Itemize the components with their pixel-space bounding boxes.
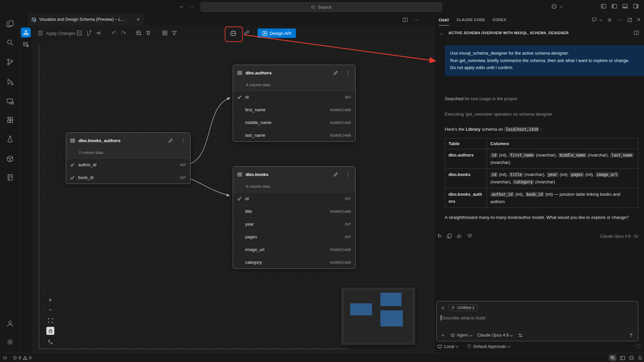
chat-input-placeholder[interactable]: Describe what to build [442,315,485,320]
apply-changes-button[interactable]: Apply Changes [46,31,75,36]
retry-icon[interactable]: ↻ [437,233,442,239]
editor-actions-more-icon[interactable]: ⋯ [414,17,419,23]
table-menu-icon[interactable]: ⋮ [345,70,351,76]
column-row-middle_name[interactable]: middle_nameNVARCHAR [233,116,355,129]
testing-icon[interactable] [6,135,14,143]
source-control-icon[interactable] [6,58,14,66]
send-icon[interactable] [629,333,634,338]
nav-back-icon[interactable]: ← [179,3,184,9]
thread-back-icon[interactable]: ← [439,30,444,36]
notifications-bell-icon[interactable] [638,355,643,360]
diagram-table-authors[interactable]: dbo.authors ⋮ 4 column data idINTfirst_n… [233,65,356,142]
chat-more-icon[interactable]: ⋯ [617,17,622,23]
copilot-session-menu[interactable] [551,3,562,9]
step-searched[interactable]: Searched for tool usage in the project [445,96,517,101]
copilot-status-icon[interactable] [629,355,634,361]
notebook-icon[interactable] [6,173,14,182]
diagram-table-books-authors[interactable]: dbo.books_authors ⋮ 2 column data author… [66,132,191,184]
context-file-pill[interactable]: Untitled-1 [448,304,477,311]
column-row-category[interactable]: categoryNVARCHAR [233,256,355,268]
add-context-icon[interactable] [441,306,445,310]
session-status-icon[interactable] [636,344,641,349]
compare-changes-icon[interactable] [86,30,92,36]
column-row-author_id[interactable]: author_idINT [66,159,190,171]
minimap[interactable] [341,287,416,345]
open-in-editor-icon[interactable] [634,30,639,36]
remote-indicator[interactable] [0,356,10,360]
command-center-search[interactable]: Search [201,2,442,12]
column-row-title[interactable]: titleNVARCHAR [233,205,355,218]
attach-icon[interactable] [441,333,445,338]
agent-mode-picker[interactable]: Agent [450,333,472,338]
close-panel-icon[interactable]: × [637,17,640,23]
edit-table-icon[interactable] [333,70,338,75]
toggle-secondary-sidebar-icon[interactable] [633,3,639,9]
column-row-year[interactable]: yearINT [233,218,355,230]
customize-layout-icon[interactable] [601,3,606,9]
copy-icon[interactable] [447,233,452,239]
column-row-pages[interactable]: pagesINT [233,230,355,243]
thumbs-up-icon[interactable] [457,233,462,239]
edit-table-icon[interactable] [333,172,338,177]
lock-position-button[interactable] [46,327,54,335]
toggle-connectors-button[interactable] [46,338,54,346]
column-row-id[interactable]: idINT [233,91,355,103]
zoom-fit-button[interactable] [46,316,54,324]
copilot-schema-icon[interactable] [230,30,237,37]
new-chat-menu[interactable] [592,17,602,22]
redo-icon[interactable]: ↷ [121,29,126,37]
column-row-last_name[interactable]: last_nameNVARCHAR [233,129,355,141]
chat-settings-gear-icon[interactable] [607,17,612,22]
thumbs-down-icon[interactable] [467,233,472,239]
search-sidebar-icon[interactable] [6,38,14,47]
approvals-picker[interactable]: Default Approvals [467,344,510,349]
column-name: id [245,95,249,100]
generate-script-icon[interactable] [76,30,82,36]
maximize-panel-icon[interactable] [627,17,632,22]
editor-layout-icon[interactable] [620,355,625,361]
run-debug-icon[interactable] [6,77,14,86]
settings-gear-icon[interactable] [6,338,14,346]
tab-claude-code[interactable]: CLAUDE CODE [457,18,485,22]
add-table-icon[interactable] [136,30,142,36]
table-menu-icon[interactable]: ⋮ [180,137,186,143]
column-row-first_name[interactable]: first_nameNVARCHAR [233,103,355,116]
designer-nav-schema-view[interactable] [21,27,31,38]
tab-codex[interactable]: CODEX [492,18,506,22]
zoom-status-button[interactable] [609,355,616,361]
edit-table-icon[interactable] [168,138,173,143]
arrange-tables-icon[interactable] [244,30,250,36]
toggle-primary-sidebar-icon[interactable] [611,3,617,9]
auto-layout-icon[interactable] [162,30,168,36]
apply-changes-icon[interactable] [38,30,43,36]
tools-sliders-icon[interactable] [518,333,523,338]
environment-picker[interactable]: Local [437,344,458,349]
remote-explorer-icon[interactable] [6,97,14,106]
designer-nav-table-properties[interactable] [22,40,30,48]
explorer-icon[interactable] [6,19,14,28]
table-menu-icon[interactable]: ⋮ [345,171,351,177]
diagram-table-books[interactable]: dbo.books ⋮ 6 column data idINTtitleNVAR… [233,166,356,269]
filter-icon[interactable] [171,30,177,36]
problems-indicator[interactable]: 0 0 [10,356,34,360]
containers-icon[interactable] [6,155,14,163]
column-row-id[interactable]: idINT [233,192,355,205]
extensions-icon[interactable] [6,116,14,124]
toggle-panel-icon[interactable] [622,3,628,9]
model-picker[interactable]: Claude Opus 4.6 [477,333,513,338]
column-row-image_url[interactable]: image_urlNVARCHAR [233,243,355,256]
design-api-button[interactable]: Design API [258,28,296,38]
accounts-icon[interactable] [6,319,14,328]
chat-input-box[interactable]: Untitled-1 Describe what to build Agent … [436,301,638,341]
nav-forward-icon[interactable]: → [189,3,195,9]
tab-visualize-design-schema[interactable]: Visualize and Design Schema (Preview) – … [28,13,143,25]
open-definition-icon[interactable] [95,30,101,36]
column-row-book_id[interactable]: book_idINT [66,171,190,184]
tab-close-icon[interactable]: × [137,17,140,22]
undo-icon[interactable]: ↶ [111,29,116,37]
zoom-out-button[interactable]: − [46,306,54,314]
zoom-in-button[interactable]: + [46,296,54,304]
tab-chat[interactable]: CHAT [439,14,449,25]
split-editor-icon[interactable] [402,17,408,22]
delete-table-icon[interactable] [146,30,151,36]
